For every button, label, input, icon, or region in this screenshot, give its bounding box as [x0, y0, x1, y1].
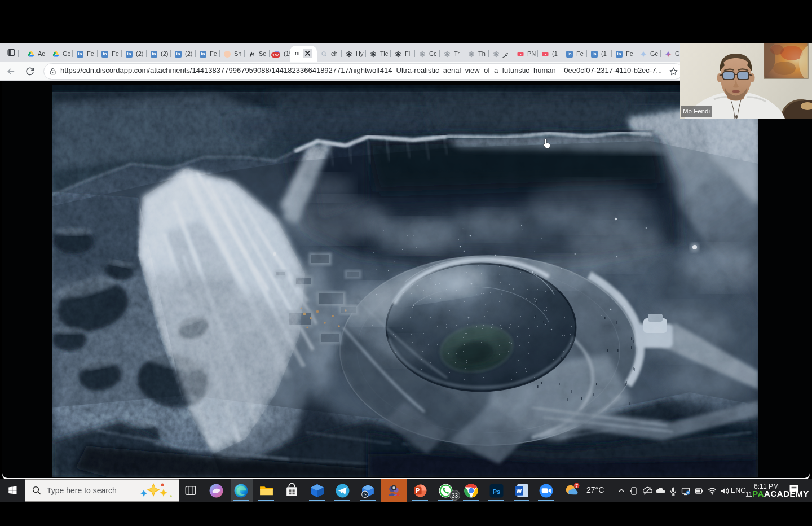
svg-text:W: W — [516, 488, 522, 494]
svg-text:Ps: Ps — [493, 488, 501, 495]
svg-text:P: P — [416, 488, 420, 494]
svg-text:7: 7 — [575, 483, 578, 489]
